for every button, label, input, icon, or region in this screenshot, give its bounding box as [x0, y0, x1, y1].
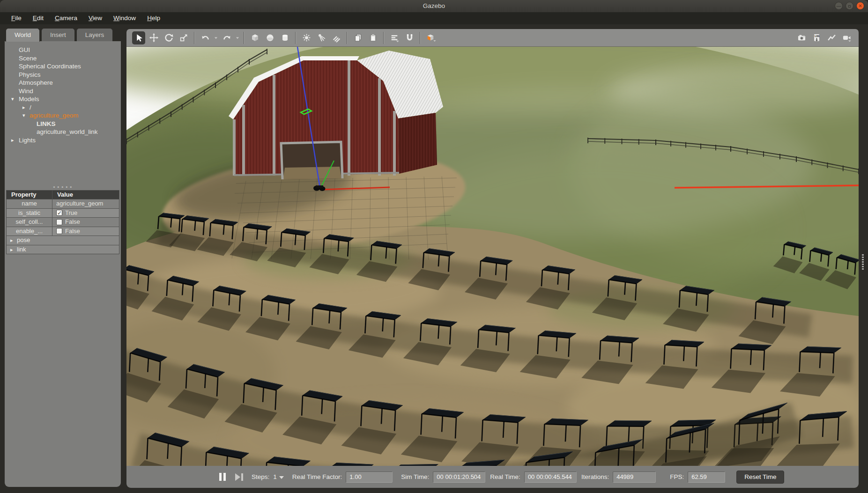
collapse-arrow-icon[interactable]: ▸ [11, 136, 14, 145]
rtf-label: Real Time Factor: [292, 473, 342, 480]
video-record-button[interactable] [840, 31, 853, 44]
panel-splitter-handle[interactable]: ▪ ▪ ▪ ▪ ▪ [5, 184, 121, 189]
maximize-button[interactable] [846, 2, 853, 10]
real-time-field[interactable]: 00 00:00:45.544 [524, 471, 577, 483]
copy-button[interactable] [351, 31, 364, 44]
view-angle-icon [426, 33, 436, 43]
property-name: self_coll... [7, 218, 52, 227]
redo-button[interactable] [220, 31, 233, 44]
translate-button[interactable] [147, 31, 160, 44]
rotate-button[interactable] [162, 31, 175, 44]
close-button[interactable]: ✕ [856, 2, 864, 10]
property-value: False [52, 227, 119, 236]
expand-arrow-icon[interactable]: ▾ [11, 95, 14, 103]
tree-item-agriculture-geom[interactable]: ▾agriculture_geom [5, 111, 121, 120]
video-record-icon [842, 33, 852, 43]
solar-table [607, 420, 652, 427]
property-row-self-coll[interactable]: self_coll...False [7, 217, 119, 227]
minimize-button[interactable]: — [835, 2, 843, 10]
tree-item-gui[interactable]: GUI [5, 46, 121, 54]
redo-caret-icon [234, 33, 241, 43]
value-text: True [65, 209, 77, 218]
sphere-icon [265, 33, 275, 43]
expand-arrow-icon[interactable]: ▾ [22, 111, 25, 120]
sim-time-field[interactable]: 00 00:01:20.504 [433, 471, 485, 483]
property-row-is-static[interactable]: is_staticTrue [7, 208, 119, 218]
tree-item-agriculture-world-link[interactable]: agriculture_world_link [5, 128, 121, 136]
tree-item-spherical-coordinates[interactable]: Spherical Coordinates [5, 62, 121, 71]
fps-field[interactable]: 62.59 [688, 471, 725, 483]
property-row-pose[interactable]: ▸pose [7, 235, 119, 245]
gazebo-window: Gazebo — ✕ FileEditCameraViewWindowHelp … [0, 0, 868, 493]
select-arrow-button[interactable] [132, 31, 145, 44]
tab-insert[interactable]: Insert [41, 28, 75, 41]
menu-window[interactable]: Window [113, 12, 136, 24]
checkbox-is-static[interactable] [56, 210, 62, 216]
collapse-arrow-icon[interactable]: ▸ [10, 236, 13, 245]
point-light-button[interactable] [300, 31, 313, 44]
property-name: is_static [7, 209, 52, 218]
directional-light-button[interactable] [330, 31, 343, 44]
iterations-field[interactable]: 44989 [613, 471, 656, 483]
tab-world[interactable]: World [6, 28, 40, 42]
cylinder-button[interactable] [278, 31, 291, 44]
collapse-arrow-icon[interactable]: ▸ [22, 103, 25, 112]
tree-item-scene[interactable]: Scene [5, 54, 121, 63]
tree-item-physics[interactable]: Physics [5, 71, 121, 79]
tab-layers[interactable]: Layers [76, 28, 113, 41]
tree-item-label: Wind [19, 87, 33, 96]
tree-item-links[interactable]: LINKS [5, 120, 121, 128]
redo-icon [222, 33, 232, 43]
rtf-field[interactable]: 1.00 [346, 471, 393, 483]
solar-table [544, 419, 588, 426]
undo-button[interactable] [199, 31, 212, 44]
tree-item-lights[interactable]: ▸Lights [5, 136, 121, 145]
view-angle-button[interactable] [424, 31, 438, 44]
property-row-name[interactable]: nameagriculture_geom [7, 199, 119, 208]
pause-button[interactable] [219, 473, 226, 481]
3d-viewport[interactable] [126, 47, 859, 466]
window-title: Gazebo [0, 0, 868, 12]
tree-item-models[interactable]: ▾Models [5, 95, 121, 103]
menu-camera[interactable]: Camera [55, 12, 77, 24]
snap-button[interactable] [403, 31, 416, 44]
paste-button[interactable] [366, 31, 379, 44]
box-button[interactable] [248, 31, 261, 44]
menu-view[interactable]: View [89, 12, 102, 24]
toolbar: LOG [126, 29, 859, 47]
undo-caret-icon [213, 33, 219, 43]
menu-help[interactable]: Help [147, 12, 160, 24]
align-button[interactable] [388, 31, 401, 44]
redo-caret-button[interactable] [234, 31, 241, 44]
plot-button[interactable] [825, 31, 838, 44]
toolbar-separator [295, 32, 296, 44]
titlebar[interactable]: Gazebo — ✕ [0, 0, 868, 12]
screenshot-button[interactable] [795, 31, 808, 44]
spot-light-button[interactable] [315, 31, 328, 44]
collapse-arrow-icon[interactable]: ▸ [10, 245, 13, 254]
steps-spinbox[interactable]: 1 [273, 473, 284, 480]
tree-item-wind[interactable]: Wind [5, 87, 121, 96]
scale-button[interactable] [177, 31, 190, 44]
property-row-enable[interactable]: enable_...False [7, 227, 119, 236]
data-logger-button[interactable]: LOG [810, 31, 823, 44]
property-row-link[interactable]: ▸link [7, 245, 119, 254]
viewport-splitter-handle[interactable] [862, 254, 864, 270]
value-text: False [65, 227, 80, 236]
tree-item-atmosphere[interactable]: Atmosphere [5, 79, 121, 87]
step-button[interactable] [235, 473, 243, 481]
checkbox-self-coll[interactable] [56, 219, 62, 225]
property-table: PropertyValuenameagriculture_geomis_stat… [6, 190, 119, 254]
tree-item-item[interactable]: ▸/ [5, 103, 121, 112]
reset-time-button[interactable]: Reset Time [736, 471, 784, 484]
scene-canvas [126, 47, 859, 466]
solar-table [800, 346, 841, 353]
checkbox-enable[interactable] [56, 228, 62, 234]
menu-file[interactable]: File [11, 12, 22, 24]
toolbar-separator [420, 32, 421, 44]
undo-caret-button[interactable] [213, 31, 219, 44]
sphere-button[interactable] [263, 31, 276, 44]
menu-edit[interactable]: Edit [33, 12, 44, 24]
step-icon-bar [241, 473, 243, 481]
tree-item-label: / [30, 103, 31, 112]
